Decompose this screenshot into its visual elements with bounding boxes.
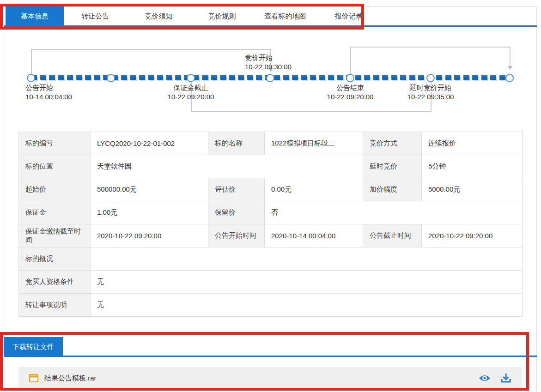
field-label: 保证金缴纳截至时间 [19, 224, 91, 247]
timeline-node-announce-start [27, 74, 35, 82]
eye-icon[interactable] [479, 373, 491, 383]
event-name: 保证金截止 [168, 83, 214, 92]
table-row: 转让事项说明 无 [19, 294, 523, 317]
tab-bar-underline [4, 25, 537, 27]
tab-view-target-map[interactable]: 查看标的地图 [254, 6, 317, 25]
timeline-label-deposit-deadline: 保证金截止 10-22 09:20:00 [168, 83, 214, 102]
field-value: 2020-10-22 09:20:00 [91, 224, 208, 247]
field-value: 无 [91, 271, 523, 294]
field-label: 保证金 [19, 201, 91, 224]
bracket-announce-start-vline [31, 49, 32, 75]
table-row: 竞买人资格条件 无 [19, 271, 523, 294]
target-details-table: 标的编号 LYCQ2020-10-22-01-002 标的名称 1022模拟项目… [18, 132, 523, 317]
event-name: 公告开始 [25, 83, 72, 92]
field-value: 无 [91, 294, 523, 317]
rar-archive-icon [29, 373, 39, 383]
field-label: 竞买人资格条件 [19, 271, 91, 294]
field-label: 标的编号 [19, 132, 91, 155]
field-label: 转让事项说明 [19, 294, 91, 317]
field-value: 500000.00元 [91, 178, 208, 201]
bracket-final-vline [510, 47, 511, 66]
event-time: 10-22 09:20:00 [327, 92, 374, 102]
field-label: 延时竞价 [363, 155, 422, 178]
download-section-tab[interactable]: 下载转让文件 [4, 337, 63, 356]
field-value: 连续报价 [422, 132, 523, 155]
timeline-node-bid-start [266, 74, 274, 82]
tab-bar: 基本信息 转让公告 竞价须知 竞价规则 查看标的地图 报价记录 [4, 6, 537, 25]
field-value: 2020-10-14 00:04:00 [265, 224, 363, 247]
auction-detail-page: 基本信息 转让公告 竞价须知 竞价规则 查看标的地图 报价记录 公告开始 10-… [0, 0, 541, 392]
table-row: 标的概况 [19, 247, 523, 271]
timeline-node-announce-end [346, 74, 354, 82]
field-label: 标的概况 [19, 247, 91, 271]
file-list-item: 结果公告模板.rar [18, 367, 522, 389]
field-value: 天堂软件园 [91, 155, 363, 178]
timeline-node-delay-bid-start [426, 74, 435, 82]
bracket-announce-to-bid-hline [31, 49, 271, 50]
field-label: 评估价 [208, 178, 265, 201]
download-section-underline [4, 356, 537, 357]
table-row: 保证金缴纳截至时间 2020-10-22 09:20:00 公告开始时间 202… [19, 224, 523, 247]
field-label: 竞价方式 [363, 132, 422, 155]
field-value: 5000.00元 [422, 178, 523, 201]
field-label: 公告开始时间 [208, 224, 265, 247]
event-time: 10-22 09:35:00 [407, 92, 454, 102]
table-row: 保证金 1.00元 保留价 否 [19, 201, 523, 224]
bracket-announce-end-vline [350, 47, 351, 74]
field-value [91, 247, 523, 271]
timeline-label-announce-start: 公告开始 10-14 00:04:00 [25, 83, 72, 102]
tab-quote-records[interactable]: 报价记录 [317, 6, 380, 25]
tab-bidding-rules[interactable]: 竞价规则 [190, 6, 254, 25]
event-name: 竞价开始 [245, 53, 292, 62]
field-value: 1.00元 [91, 201, 208, 224]
field-label: 标的名称 [208, 132, 265, 155]
bracket-deposit-to-delay-hline [191, 111, 432, 112]
table-row: 标的位置 天堂软件园 延时竞价 5分钟 [19, 155, 523, 178]
field-value: 否 [265, 201, 523, 224]
field-value: 1022模拟项目标段二 [265, 132, 363, 155]
table-row: 起始价 500000.00元 评估价 0.00元 加价幅度 5000.00元 [19, 178, 523, 201]
download-icon[interactable] [500, 373, 512, 383]
field-label: 起始价 [19, 178, 91, 201]
event-time: 10-22 09:30:00 [245, 62, 292, 72]
field-value: LYCQ2020-10-22-01-002 [91, 132, 208, 155]
event-name: 延时竞价开始 [407, 83, 454, 92]
event-time: 10-14 00:04:00 [25, 92, 72, 102]
field-value: 5分钟 [422, 155, 523, 178]
field-label: 公告截止时间 [363, 224, 422, 247]
field-label: 标的位置 [19, 155, 91, 178]
field-label: 保留价 [208, 201, 265, 224]
event-time: 10-22 09:20:00 [168, 92, 214, 102]
field-label: 加价幅度 [363, 178, 422, 201]
field-value: 2020-10-22 09:20:00 [422, 224, 523, 247]
tab-basic-info[interactable]: 基本信息 [6, 6, 64, 25]
final-node-arrow-icon [508, 66, 512, 70]
timeline-node-final [505, 74, 514, 82]
timeline-node-deposit-deadline [187, 74, 195, 82]
tab-transfer-announcement[interactable]: 转让公告 [64, 6, 127, 25]
timeline-label-bid-start: 竞价开始 10-22 09:30:00 [245, 53, 292, 72]
file-name[interactable]: 结果公告模板.rar [44, 374, 479, 383]
bracket-end-to-final-hline [350, 47, 511, 48]
field-value: 0.00元 [265, 178, 363, 201]
timeline-label-delay-bid-start: 延时竞价开始 10-22 09:35:00 [407, 83, 454, 102]
timeline-label-announce-end: 公告结束 10-22 09:20:00 [327, 83, 374, 102]
tab-bidding-notice[interactable]: 竞价须知 [127, 6, 190, 25]
timeline-node-2 [107, 74, 115, 82]
table-row: 标的编号 LYCQ2020-10-22-01-002 标的名称 1022模拟项目… [19, 132, 523, 155]
event-name: 公告结束 [327, 83, 374, 92]
